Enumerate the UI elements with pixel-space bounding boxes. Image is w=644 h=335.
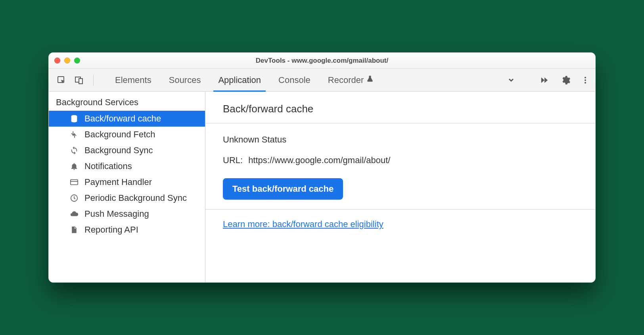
close-window-button[interactable] (54, 58, 60, 64)
tab-recorder[interactable]: Recorder (319, 69, 383, 91)
svg-rect-2 (79, 79, 82, 84)
learn-more-link[interactable]: Learn more: back/forward cache eligibili… (223, 219, 383, 229)
devtools-window: DevTools - www.google.com/gmail/about/ E… (48, 52, 596, 283)
more-tabs-icon[interactable] (506, 75, 516, 85)
fetch-icon (69, 130, 79, 139)
tab-console[interactable]: Console (270, 69, 319, 91)
sidebar-item-background-fetch[interactable]: Background Fetch (49, 127, 205, 142)
tab-application[interactable]: Application (209, 69, 270, 91)
sync-icon (69, 146, 79, 155)
sidebar-item-reporting-api[interactable]: Reporting API (49, 222, 205, 238)
sidebar: Background Services Back/forward cache B… (49, 92, 205, 282)
sidebar-item-push-messaging[interactable]: Push Messaging (49, 206, 205, 222)
sidebar-item-background-sync[interactable]: Background Sync (49, 142, 205, 158)
status-text: Unknown Status (223, 135, 578, 145)
bell-icon (69, 162, 79, 171)
kebab-menu-icon[interactable] (581, 76, 590, 85)
separator (93, 75, 94, 86)
zoom-window-button[interactable] (74, 58, 80, 64)
database-icon (69, 114, 79, 123)
tab-label: Console (278, 75, 310, 85)
tab-elements[interactable]: Elements (106, 69, 160, 91)
sidebar-item-back-forward-cache[interactable]: Back/forward cache (49, 111, 205, 127)
chevrons-icon[interactable] (518, 75, 529, 85)
card-icon (69, 177, 79, 187)
url-label: URL: (223, 155, 243, 166)
sidebar-item-label: Background Fetch (84, 129, 155, 140)
tab-label: Recorder (328, 75, 364, 85)
settings-gear-icon[interactable] (560, 75, 571, 85)
learn-more-row: Learn more: back/forward cache eligibili… (205, 210, 595, 239)
cloud-icon (69, 209, 79, 219)
sidebar-item-label: Reporting API (84, 225, 138, 235)
main-content: Unknown Status URL: https://www.google.c… (205, 123, 595, 209)
url-row: URL: https://www.google.com/gmail/about/ (223, 155, 578, 166)
sidebar-item-payment-handler[interactable]: Payment Handler (49, 174, 205, 190)
sidebar-item-periodic-sync[interactable]: Periodic Background Sync (49, 190, 205, 206)
inspect-icon[interactable] (54, 73, 69, 87)
main-panel: Back/forward cache Unknown Status URL: h… (205, 92, 595, 282)
toolbar-right (506, 75, 590, 86)
sidebar-item-notifications[interactable]: Notifications (49, 158, 205, 174)
sidebar-item-label: Notifications (84, 161, 132, 171)
svg-point-4 (585, 79, 586, 81)
devtools-toolbar: Elements Sources Application Console Rec… (49, 69, 595, 92)
url-value: https://www.google.com/gmail/about/ (248, 155, 390, 166)
sidebar-item-label: Back/forward cache (84, 114, 161, 124)
svg-point-5 (585, 82, 586, 83)
window-title: DevTools - www.google.com/gmail/about/ (49, 57, 595, 65)
titlebar: DevTools - www.google.com/gmail/about/ (49, 53, 595, 69)
device-toggle-icon[interactable] (72, 73, 86, 87)
sidebar-section-title: Background Services (49, 92, 205, 111)
tab-label: Elements (115, 75, 151, 85)
sidebar-item-label: Payment Handler (84, 177, 152, 187)
sidebar-item-label: Periodic Background Sync (84, 193, 187, 203)
svg-point-3 (585, 77, 586, 78)
overflow-chevrons-icon[interactable] (539, 75, 550, 86)
flask-icon (366, 75, 374, 85)
tab-label: Application (218, 75, 261, 85)
window-controls (54, 58, 80, 64)
svg-rect-7 (71, 180, 78, 185)
tab-label: Sources (169, 75, 201, 85)
file-icon (69, 225, 79, 235)
main-heading: Back/forward cache (205, 92, 595, 123)
test-bfcache-button[interactable]: Test back/forward cache (223, 178, 343, 200)
panel-body: Background Services Back/forward cache B… (49, 92, 595, 282)
minimize-window-button[interactable] (64, 58, 70, 64)
sidebar-item-label: Push Messaging (84, 209, 149, 219)
panel-tabs: Elements Sources Application Console Rec… (106, 69, 503, 91)
sidebar-item-label: Background Sync (84, 145, 153, 156)
clock-icon (69, 193, 79, 203)
tab-sources[interactable]: Sources (160, 69, 210, 91)
